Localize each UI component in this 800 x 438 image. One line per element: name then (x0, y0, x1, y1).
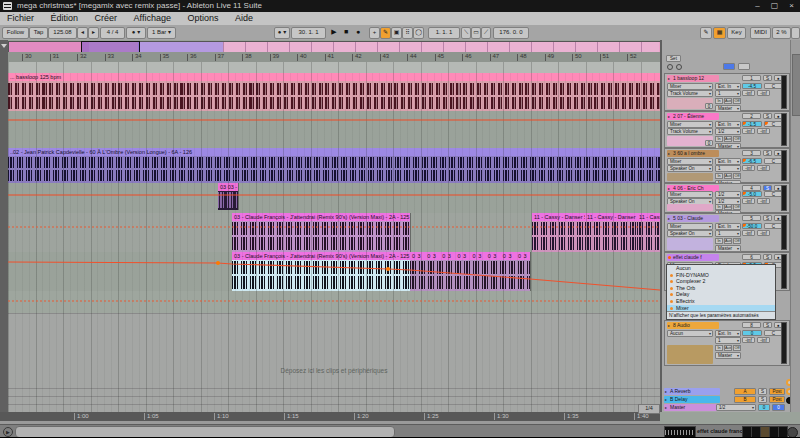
io-toggle-button[interactable] (738, 63, 750, 70)
clip-claude[interactable]: 03 - Claude François - J'attendrai (Remi… (232, 213, 411, 252)
monitor-off-button[interactable]: Off (733, 345, 741, 351)
master-volume-field[interactable]: 0 (758, 404, 770, 411)
dropdown-item[interactable]: Aucun (667, 265, 775, 272)
track-row-audio8[interactable] (8, 291, 660, 313)
loop-switch[interactable]: ▭ (471, 27, 481, 39)
return-b-name[interactable]: B Delay (664, 396, 720, 403)
track-name[interactable]: 8 Audio (667, 322, 719, 329)
time-ruler[interactable]: 1:001:051:101:151:201:251:301:351:40 (0, 412, 660, 421)
bar-number[interactable]: 45 (438, 53, 445, 59)
track-number-box[interactable]: 8 (742, 322, 761, 328)
dropdown-item[interactable]: Delay (667, 291, 775, 298)
play-icon[interactable]: ▶ (329, 27, 339, 37)
send-b-field[interactable]: -inf (757, 337, 770, 343)
monitor-auto-button[interactable]: Auto (724, 345, 732, 351)
send-b-field[interactable]: -inf (757, 90, 770, 96)
menu-affichage[interactable]: Affichage (127, 12, 178, 25)
clip-cassy-2[interactable]: 11 - Cassy - Danser Sur Le (585, 213, 638, 252)
link-button[interactable] (723, 63, 735, 70)
volume-field[interactable]: -50.0 (742, 223, 762, 229)
solo-button[interactable]: S (763, 113, 772, 119)
bar-number[interactable]: 44 (410, 53, 417, 59)
volume-field[interactable]: 0 (742, 330, 762, 336)
master-pan-field[interactable]: 0 (772, 404, 785, 411)
punch-in-button[interactable]: ⟍ (461, 27, 471, 39)
scrollbar-thumb[interactable] (792, 54, 800, 116)
track-number-box[interactable]: 2 (742, 113, 761, 119)
bar-number[interactable]: 51 (603, 53, 610, 59)
capture-midi-button[interactable]: ⠿ (402, 27, 413, 39)
track-number-box[interactable]: 5 (742, 215, 761, 221)
input-type-chooser[interactable]: Ext. In (715, 121, 741, 128)
device-chooser[interactable]: Mixer (667, 83, 713, 90)
arrangement-position-field[interactable]: 30. 1. 1 (291, 27, 326, 39)
monitor-auto-button[interactable]: Auto (724, 173, 732, 179)
send-a-field[interactable]: -inf (742, 337, 755, 343)
bar-number[interactable]: 40 (300, 53, 307, 59)
monitor-auto-button[interactable]: Auto (724, 238, 732, 244)
clip-cassy-1[interactable]: 11 - Cassy - Danser Sur Le (532, 213, 586, 252)
menu-aide[interactable]: Aide (228, 12, 260, 25)
bar-number[interactable]: 32 (80, 53, 87, 59)
send-a-field[interactable]: -inf (742, 165, 755, 171)
dropdown-footer-option[interactable]: N'afficher que les paramètres automatisé… (667, 311, 775, 319)
preview-play-icon[interactable]: ▶ (3, 427, 13, 437)
monitor-in-button[interactable]: In (715, 98, 723, 104)
volume-field[interactable]: -5.0 (742, 191, 762, 197)
menu-options[interactable]: Options (181, 12, 226, 25)
time-signature-field[interactable]: 4 / 4 (100, 27, 125, 39)
stop-icon[interactable]: ■ (341, 27, 351, 37)
bar-number[interactable]: 35 (163, 53, 170, 59)
track-row-eric[interactable] (8, 183, 660, 213)
device-chooser[interactable]: Mixer (667, 191, 713, 198)
bar-number[interactable]: 37 (218, 53, 225, 59)
dropdown-item[interactable]: The Orb (667, 285, 775, 292)
follow-mini-button[interactable]: ● ▾ (274, 27, 290, 39)
send-b-field[interactable]: -inf (757, 230, 770, 236)
parameter-chooser[interactable]: Track Volume (667, 90, 713, 97)
send-a-field[interactable]: -inf (742, 198, 755, 204)
overdub-button[interactable]: + (369, 27, 380, 39)
minimize-button[interactable]: – (749, 0, 766, 12)
device-chooser[interactable]: Mixer (667, 223, 713, 230)
return-b-solo-button[interactable]: S (758, 396, 767, 403)
bar-number[interactable]: 30 (25, 53, 32, 59)
follow-button[interactable]: Follow (2, 27, 29, 39)
dropdown-item[interactable]: Complexer 2 (667, 278, 775, 285)
track-name[interactable]: 1 bassloop 12 (667, 75, 719, 82)
monitor-off-button[interactable]: Off (733, 136, 741, 142)
loop-start-field[interactable]: 1. 1. 1 (428, 27, 460, 39)
volume-field[interactable]: -4.5 (742, 83, 762, 89)
monitor-in-button[interactable]: In (715, 238, 723, 244)
return-a-solo-button[interactable]: S (758, 388, 767, 395)
lane-count-box[interactable]: 0 (705, 140, 713, 146)
bar-number[interactable]: 52 (630, 53, 637, 59)
bar-number[interactable]: 48 (520, 53, 527, 59)
solo-button[interactable]: S (763, 322, 772, 328)
bar-number[interactable]: 49 (548, 53, 555, 59)
monitor-off-button[interactable]: Off (733, 238, 741, 244)
return-b-post-toggle[interactable]: Post (769, 396, 785, 403)
track-name[interactable]: 3 60 a l ombre (667, 150, 719, 157)
bar-number[interactable]: 33 (108, 53, 115, 59)
return-a-name[interactable]: A Reverb (664, 388, 720, 395)
automation-circle-icon[interactable] (667, 64, 673, 70)
send-a-field[interactable]: -inf (742, 90, 755, 96)
close-button[interactable]: × (783, 0, 800, 12)
bar-number[interactable]: 47 (493, 53, 500, 59)
volume-field[interactable]: -1.5 (742, 121, 762, 127)
quantization-menu[interactable]: 1 Bar ▾ (147, 27, 176, 39)
automation-arm-button[interactable]: ✎ (380, 27, 391, 39)
track-number-box[interactable]: 1 (742, 75, 761, 81)
track-row-etienne[interactable] (8, 111, 660, 148)
output-chooser[interactable]: Master (715, 245, 741, 252)
maximize-button[interactable]: ▢ (766, 0, 783, 12)
vertical-scrollbar[interactable] (790, 40, 800, 412)
monitor-auto-button[interactable]: Auto (724, 136, 732, 142)
tap-tempo-button[interactable]: Tap (29, 27, 48, 39)
track-number-box[interactable]: 6 (742, 254, 761, 260)
master-output-chooser[interactable]: 1/2 (716, 404, 756, 411)
monitor-off-button[interactable]: Off (733, 173, 741, 179)
send-a-field[interactable]: -inf (742, 230, 755, 236)
punch-out-button[interactable]: ⟋ (481, 27, 491, 39)
